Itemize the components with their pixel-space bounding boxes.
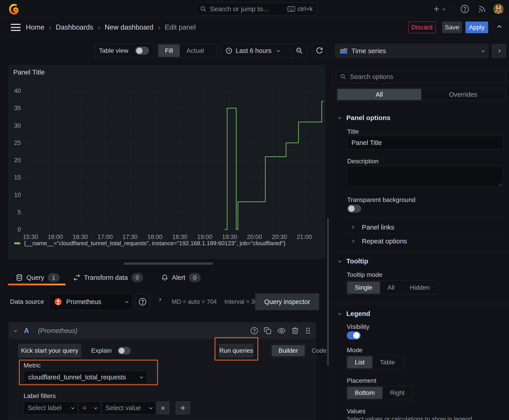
breadcrumb-new-dashboard[interactable]: New dashboard [105,23,153,31]
help-icon [460,5,469,14]
chevron-right-icon [351,240,354,243]
filter-overrides-option[interactable]: Overrides [421,89,505,100]
chevron-down-icon [125,300,128,303]
tooltip-single-option[interactable]: Single [347,282,380,294]
search-input[interactable]: Search or jump to... ctrl+k [196,2,317,15]
chevron-down-icon [277,49,280,52]
expand-options-icon[interactable] [158,298,161,301]
datasource-help-button[interactable] [136,293,150,310]
remove-filter-button[interactable]: × [156,401,169,414]
panel-title-input[interactable] [347,136,503,150]
add-filter-button[interactable]: + [176,401,190,414]
legend-series-label[interactable]: {__name__="cloudflared_tunnel_total_requ… [24,240,285,247]
collapse-header-icon[interactable] [497,25,501,30]
time-series-chart[interactable] [24,91,323,230]
tab-query[interactable]: Query 1 [16,270,60,285]
tab-transform-data[interactable]: Transform data 0 [73,270,143,285]
duplicate-query-icon[interactable] [264,327,272,335]
tooltip-mode-label: Tooltip mode [347,271,382,278]
x-axis-tick: 17:00 [95,233,115,240]
builder-option[interactable]: Builder [272,345,305,356]
kick-start-query-button[interactable]: Kick start your query [18,344,81,357]
query-inspector-button[interactable]: Query inspector [255,293,319,310]
select-label-dropdown[interactable]: Select label [23,401,78,414]
collapse-query-icon[interactable] [14,329,17,332]
panel-title[interactable]: Panel Title [13,68,45,76]
section-divider [332,251,509,252]
chevron-right-icon [497,49,501,52]
visualization-value: Time series [351,47,478,55]
refresh-button[interactable] [312,43,327,58]
tooltip-header[interactable]: Tooltip [338,257,368,265]
actual-option[interactable]: Actual [180,45,211,57]
news-button[interactable] [476,3,487,15]
apply-button[interactable]: Apply [465,22,488,33]
query-ref-id[interactable]: A [24,327,29,335]
main-scrollbar[interactable] [327,218,329,366]
explain-label: Explain [91,347,112,354]
tab-alert[interactable]: Alert 0 [161,270,201,285]
query-help-icon[interactable] [250,327,258,335]
select-value-dropdown[interactable]: Select value [101,401,156,414]
metric-select[interactable]: cloudflared_tunnel_total_requests [23,371,147,383]
repeat-options-section[interactable]: Repeat options [351,235,407,248]
placement-right-option[interactable]: Right [382,387,412,399]
delete-query-icon[interactable] [291,327,299,335]
breadcrumb-dashboards[interactable]: Dashboards [56,23,93,31]
hide-query-icon[interactable] [277,326,286,335]
save-button[interactable]: Save [442,22,462,33]
tab-alert-badge: 0 [189,273,201,282]
legend-visibility-toggle[interactable] [347,331,361,339]
run-queries-button[interactable]: Run queries [219,344,253,357]
panel-options-header[interactable]: Panel options [338,114,390,122]
explain-toggle[interactable] [118,347,131,354]
divider [493,23,493,32]
legend-table-option[interactable]: Table [372,356,403,368]
title-field-label: Title [347,128,359,135]
zoom-out-time-button[interactable] [291,44,307,58]
menu-icon[interactable] [11,24,21,31]
datasource-picker[interactable]: Prometheus [49,293,132,310]
code-option[interactable]: Code [305,345,333,356]
breadcrumb-edit-panel: Edit panel [165,23,196,31]
legend-header[interactable]: Legend [338,310,370,317]
transparent-background-toggle[interactable] [347,205,361,213]
legend-list-option[interactable]: List [347,356,372,368]
collapse-options-pane-button[interactable] [492,44,506,58]
discard-button[interactable]: Discard [409,22,435,33]
breadcrumb-home[interactable]: Home [26,23,45,31]
time-range-picker[interactable]: Last 6 hours [221,44,291,58]
builder-code-switch: Builder Code [271,344,316,357]
user-avatar[interactable] [493,4,504,14]
drag-handle-icon[interactable] [304,327,311,335]
filter-all-option[interactable]: All [337,89,421,100]
panel-links-section[interactable]: Panel links [351,221,394,233]
placement-bottom-option[interactable]: Bottom [347,387,382,399]
new-dropdown-button[interactable] [433,5,445,13]
description-textarea[interactable] [347,166,503,187]
tooltip-mode-switch: Single All Hidden [346,280,439,295]
options-search-input[interactable]: Search options [336,70,506,83]
x-axis-tick: 19:00 [195,233,215,240]
table-view-toggle[interactable] [135,47,149,55]
legend-header-label: Legend [346,310,370,317]
tab-transform-badge: 0 [131,273,143,282]
tooltip-all-option[interactable]: All [380,282,402,294]
help-button[interactable] [459,3,471,15]
panel-edit-toolbar: Table view Fill Actual Last 6 hours [0,43,332,58]
datasource-value: Prometheus [66,298,122,306]
query-row-header[interactable]: A (Prometheus) [9,322,316,339]
section-divider [332,304,509,304]
table-view-label: Table view [99,47,128,54]
y-axis-tick: 5 [9,209,21,216]
chevron-down-icon [338,116,341,119]
chart-legend[interactable]: {__name__="cloudflared_tunnel_total_requ… [14,240,285,247]
chevron-right-icon [351,226,354,229]
tooltip-hidden-option[interactable]: Hidden [402,282,437,294]
visualization-picker[interactable]: Time series [335,44,489,58]
operator-dropdown[interactable]: = [78,401,101,414]
chevron-down-icon [71,406,74,409]
fill-option[interactable]: Fill [158,45,180,57]
grafana-logo-icon[interactable] [8,3,19,15]
panel-resize-handle[interactable] [124,262,213,265]
